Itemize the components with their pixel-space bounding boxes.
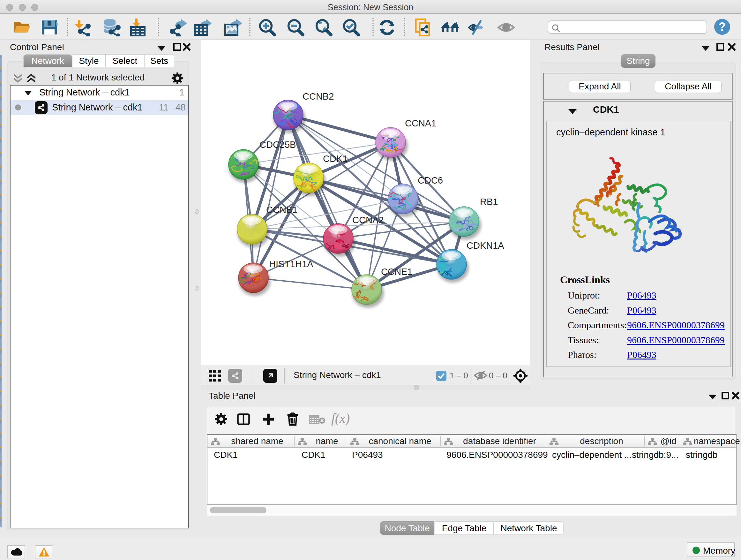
svg-text:CCNB2: CCNB2 (302, 91, 334, 102)
svg-text:RB1: RB1 (480, 197, 498, 207)
svg-text:CDC6: CDC6 (418, 175, 443, 186)
svg-text:CCNB1: CCNB1 (266, 205, 297, 215)
svg-text:CDK1: CDK1 (323, 153, 347, 164)
svg-text:CDKN1A: CDKN1A (467, 240, 504, 251)
svg-text:HIST1H1A: HIST1H1A (269, 259, 313, 269)
svg-text:?: ? (719, 20, 726, 33)
svg-text:CCNA2: CCNA2 (352, 215, 384, 225)
svg-text:CDC25B: CDC25B (259, 139, 296, 150)
svg-text:CCNA1: CCNA1 (405, 118, 436, 128)
svg-text:CCNE1: CCNE1 (381, 266, 412, 277)
